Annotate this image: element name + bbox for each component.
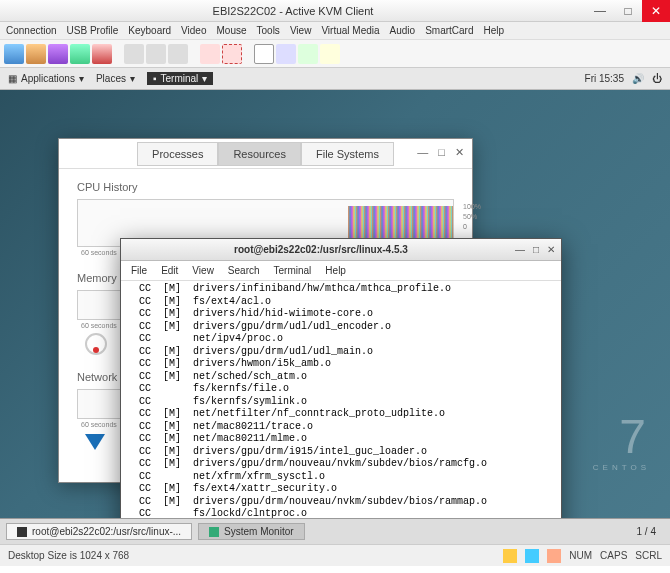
window-maximize-icon[interactable]: □ [533, 244, 539, 255]
applications-menu[interactable]: ▦ Applications ▾ [8, 73, 84, 84]
maximize-button[interactable]: □ [614, 0, 642, 22]
toolbar-icon[interactable] [48, 44, 68, 64]
close-button[interactable]: ✕ [642, 0, 670, 22]
toolbar-icon[interactable] [276, 44, 296, 64]
download-arrow-icon [85, 434, 105, 450]
menu-keyboard[interactable]: Keyboard [128, 25, 171, 36]
gnome-top-panel: ▦ Applications ▾ Places ▾ ▪Terminal ▾ Fr… [0, 68, 670, 90]
toolbar-icon[interactable] [92, 44, 112, 64]
minimize-button[interactable]: — [586, 0, 614, 22]
menu-connection[interactable]: Connection [6, 25, 57, 36]
toolbar-icon[interactable] [146, 44, 166, 64]
remote-desktop[interactable]: ▦ Applications ▾ Places ▾ ▪Terminal ▾ Fr… [0, 68, 670, 544]
menu-usb-profile[interactable]: USB Profile [67, 25, 119, 36]
centos-logo: 7 [619, 409, 652, 464]
tab-processes[interactable]: Processes [137, 142, 218, 166]
desktop-size-label: Desktop Size is 1024 x 768 [8, 550, 129, 561]
menu-mouse[interactable]: Mouse [217, 25, 247, 36]
toolbar-icon[interactable] [298, 44, 318, 64]
menu-view[interactable]: View [290, 25, 312, 36]
menu-audio[interactable]: Audio [390, 25, 416, 36]
kvm-title: EBI2S22C02 - Active KVM Client [0, 5, 586, 17]
menu-help[interactable]: Help [484, 25, 505, 36]
terminal-launcher[interactable]: ▪Terminal ▾ [147, 72, 213, 85]
kvm-statusbar: Desktop Size is 1024 x 768 NUM CAPS SCRL [0, 544, 670, 566]
volume-icon[interactable]: 🔊 [632, 73, 644, 84]
toolbar-icon[interactable] [70, 44, 90, 64]
toolbar-icon[interactable] [320, 44, 340, 64]
taskbar-item-terminal[interactable]: root@ebi2s22c02:/usr/src/linux-... [6, 523, 192, 540]
gnome-taskbar: root@ebi2s22c02:/usr/src/linux-... Syste… [0, 518, 670, 544]
status-icon [525, 549, 539, 563]
menu-video[interactable]: Video [181, 25, 206, 36]
menu-smartcard[interactable]: SmartCard [425, 25, 473, 36]
window-close-icon[interactable]: ✕ [455, 146, 464, 159]
menu-tools[interactable]: Tools [257, 25, 280, 36]
term-menu-edit[interactable]: Edit [161, 265, 178, 276]
places-menu[interactable]: Places ▾ [96, 73, 135, 84]
terminal-window[interactable]: root@ebi2s22c02:/usr/src/linux-4.5.3 — □… [120, 238, 562, 538]
kvm-titlebar: EBI2S22C02 - Active KVM Client — □ ✕ [0, 0, 670, 22]
toolbar-icon[interactable] [26, 44, 46, 64]
term-menu-file[interactable]: File [131, 265, 147, 276]
window-maximize-icon[interactable]: □ [438, 146, 445, 159]
toolbar-icon[interactable] [4, 44, 24, 64]
term-menu-terminal[interactable]: Terminal [274, 265, 312, 276]
caps-lock-label: CAPS [600, 550, 627, 561]
kvm-menubar: Connection USB Profile Keyboard Video Mo… [0, 22, 670, 40]
cursor-icon[interactable] [254, 44, 274, 64]
toolbar-icon[interactable] [222, 44, 242, 64]
term-menu-view[interactable]: View [192, 265, 214, 276]
menu-virtual-media[interactable]: Virtual Media [321, 25, 379, 36]
terminal-menubar: File Edit View Search Terminal Help [121, 261, 561, 281]
taskbar-item-sysmon[interactable]: System Monitor [198, 523, 304, 540]
tab-resources[interactable]: Resources [218, 142, 301, 166]
memory-gauge-icon [85, 333, 107, 355]
window-close-icon[interactable]: ✕ [547, 244, 555, 255]
num-lock-label: NUM [569, 550, 592, 561]
status-icon [503, 549, 517, 563]
centos-text: CENTOS [593, 463, 650, 472]
toolbar-icon[interactable] [124, 44, 144, 64]
cpu-history-label: CPU History [77, 181, 454, 193]
term-menu-help[interactable]: Help [325, 265, 346, 276]
window-minimize-icon[interactable]: — [417, 146, 428, 159]
toolbar-icon[interactable] [200, 44, 220, 64]
workspace-indicator[interactable]: 1 / 4 [629, 526, 664, 537]
clock[interactable]: Fri 15:35 [585, 73, 624, 84]
term-menu-search[interactable]: Search [228, 265, 260, 276]
scroll-lock-label: SCRL [635, 550, 662, 561]
terminal-title: root@ebi2s22c02:/usr/src/linux-4.5.3 [127, 244, 515, 255]
tab-file-systems[interactable]: File Systems [301, 142, 394, 166]
window-minimize-icon[interactable]: — [515, 244, 525, 255]
power-icon[interactable]: ⏻ [652, 73, 662, 84]
toolbar-icon[interactable] [168, 44, 188, 64]
status-icon [547, 549, 561, 563]
terminal-output[interactable]: CC [M] drivers/infiniband/hw/mthca/mthca… [121, 281, 561, 537]
kvm-toolbar [0, 40, 670, 68]
